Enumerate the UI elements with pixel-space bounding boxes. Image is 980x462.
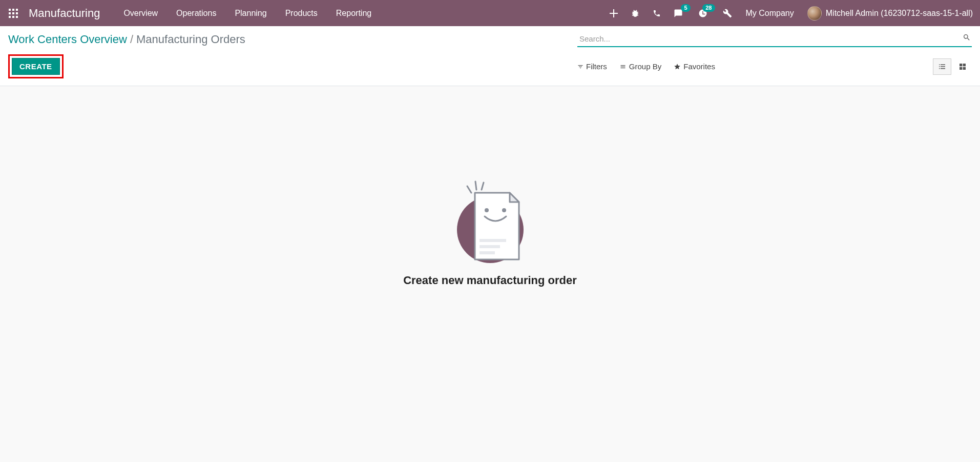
menu-overview[interactable]: Overview — [114, 0, 167, 26]
content-area: Create new manufacturing order — [0, 86, 980, 287]
create-button[interactable]: CREATE — [12, 58, 60, 75]
svg-rect-4 — [12, 12, 14, 14]
app-title[interactable]: Manufacturing — [29, 7, 100, 20]
svg-rect-7 — [12, 16, 14, 18]
groupby-label: Group By — [629, 62, 661, 71]
svg-rect-3 — [9, 12, 11, 14]
svg-point-13 — [485, 208, 489, 212]
messaging-icon[interactable]: 5 — [673, 8, 683, 18]
user-menu[interactable]: Mitchell Admin (16230712-saas-15-1-all) — [807, 6, 973, 21]
svg-rect-0 — [9, 9, 11, 11]
svg-line-11 — [482, 183, 484, 190]
phone-icon[interactable] — [652, 8, 662, 18]
svg-rect-5 — [16, 12, 18, 14]
favorites-button[interactable]: Favorites — [674, 62, 715, 71]
menu-operations[interactable]: Operations — [167, 0, 225, 26]
groupby-button[interactable]: Group By — [619, 62, 661, 71]
svg-rect-6 — [9, 16, 11, 18]
filters-button[interactable]: Filters — [577, 62, 607, 71]
messaging-badge: 5 — [681, 4, 690, 12]
svg-rect-16 — [479, 245, 500, 248]
empty-illustration — [447, 178, 534, 266]
breadcrumb-sep: / — [130, 33, 133, 46]
cp-row-bottom: CREATE Filters Group By Favorites — [0, 50, 980, 86]
search-options: Filters Group By Favorites — [577, 58, 972, 75]
search-icon[interactable] — [963, 33, 971, 44]
create-button-highlight: CREATE — [8, 54, 64, 78]
nav-right: 5 28 My Company Mitchell Admin (16230712… — [609, 6, 973, 21]
bug-icon[interactable] — [630, 8, 640, 18]
svg-line-9 — [467, 186, 471, 193]
top-navbar: Manufacturing Overview Operations Planni… — [0, 0, 980, 26]
svg-rect-15 — [479, 239, 506, 242]
apps-menu-icon[interactable] — [7, 7, 19, 19]
svg-point-14 — [502, 208, 506, 212]
svg-line-10 — [475, 182, 476, 190]
activities-icon[interactable]: 28 — [698, 8, 708, 18]
breadcrumb: Work Centers Overview / Manufacturing Or… — [8, 33, 245, 46]
cp-row-top: Work Centers Overview / Manufacturing Or… — [0, 26, 980, 50]
tools-icon[interactable] — [722, 8, 733, 18]
favorites-label: Favorites — [683, 62, 715, 71]
user-name: Mitchell Admin (16230712-saas-15-1-all) — [826, 9, 973, 18]
empty-title: Create new manufacturing order — [403, 274, 577, 287]
plus-icon[interactable] — [609, 8, 619, 18]
nav-menu: Overview Operations Planning Products Re… — [114, 0, 381, 26]
svg-rect-2 — [16, 9, 18, 11]
kanban-view-button[interactable] — [953, 58, 972, 75]
view-switcher — [933, 58, 972, 75]
breadcrumb-current: Manufacturing Orders — [136, 33, 245, 46]
svg-rect-8 — [16, 16, 18, 18]
svg-rect-1 — [12, 9, 14, 11]
activities-badge: 28 — [702, 4, 715, 12]
menu-planning[interactable]: Planning — [225, 0, 276, 26]
menu-reporting[interactable]: Reporting — [327, 0, 381, 26]
search-box — [577, 31, 972, 47]
avatar — [807, 6, 822, 21]
control-panel: Work Centers Overview / Manufacturing Or… — [0, 26, 980, 86]
filters-label: Filters — [586, 62, 607, 71]
search-input[interactable] — [577, 31, 972, 47]
company-name[interactable]: My Company — [744, 9, 796, 18]
menu-products[interactable]: Products — [276, 0, 327, 26]
breadcrumb-link[interactable]: Work Centers Overview — [8, 33, 127, 46]
nav-left: Manufacturing Overview Operations Planni… — [7, 0, 381, 26]
svg-rect-17 — [479, 251, 495, 254]
list-view-button[interactable] — [933, 58, 951, 75]
